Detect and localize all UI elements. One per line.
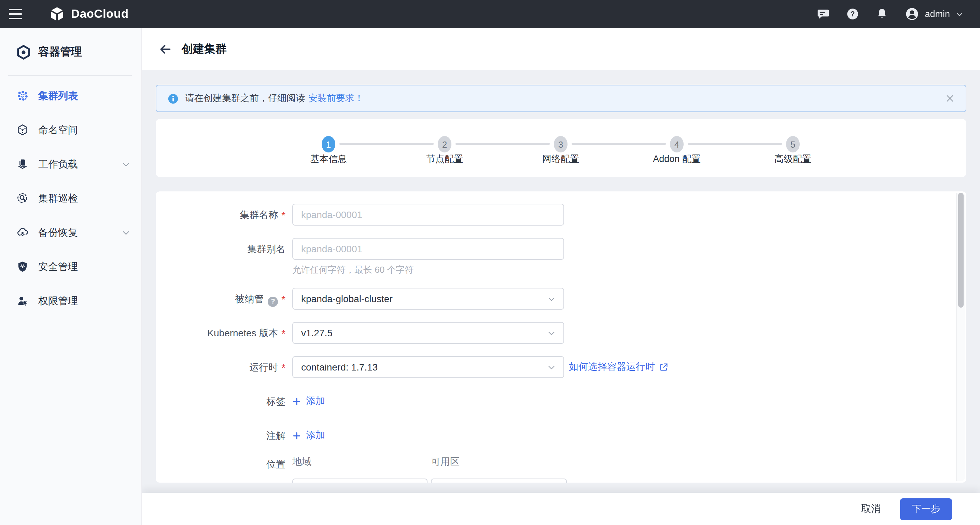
module-title: 容器管理 <box>38 45 82 59</box>
brand[interactable]: DaoCloud <box>49 6 128 22</box>
field-label-cluster-alias: 集群别名 <box>156 238 285 260</box>
username: admin <box>925 9 950 19</box>
step-5-circle: 5 <box>786 136 800 152</box>
topbar-actions: ? admin <box>817 7 980 21</box>
region-select[interactable] <box>292 479 428 483</box>
sidebar-item-cluster-list[interactable]: 集群列表 <box>0 78 142 113</box>
step-1-label: 基本信息 <box>281 153 376 166</box>
sidebar-nav: 集群列表 命名空间 工作负载 <box>0 76 142 318</box>
help-button[interactable]: ? <box>846 8 859 21</box>
permission-user-gear-icon <box>16 295 29 307</box>
step-2-circle: 2 <box>438 136 452 152</box>
container-management-icon <box>16 45 32 60</box>
required-asterisk: * <box>282 362 285 373</box>
cluster-list-icon <box>16 89 29 102</box>
step-3-label: 网络配置 <box>513 153 608 166</box>
zone-label: 可用区 <box>431 456 460 468</box>
chevron-down-icon <box>122 228 130 237</box>
runtime-select[interactable]: containerd: 1.7.13 <box>292 356 564 378</box>
sidebar-item-cluster-inspection[interactable]: 集群巡检 <box>0 181 142 215</box>
sidebar-item-label: 工作负载 <box>38 158 78 171</box>
chevron-down-icon <box>547 329 556 337</box>
info-banner: 请在创建集群之前，仔细阅读 安装前要求！ <box>156 85 966 112</box>
user-menu[interactable]: admin <box>905 7 964 21</box>
menu-toggle-button[interactable] <box>0 0 30 28</box>
banner-close-button[interactable] <box>945 94 955 103</box>
brand-name: DaoCloud <box>71 7 128 21</box>
sidebar-item-backup-restore[interactable]: 备份恢复 <box>0 215 142 249</box>
step-4-label: Addon 配置 <box>629 153 725 166</box>
sidebar-item-label: 安全管理 <box>38 260 78 273</box>
sidebar-item-workload[interactable]: 工作负载 <box>0 147 142 181</box>
sidebar-item-label: 权限管理 <box>38 294 78 307</box>
page-header: 创建集群 <box>142 28 980 70</box>
required-asterisk: * <box>282 327 285 339</box>
chevron-down-icon <box>122 160 130 169</box>
messages-button[interactable] <box>817 8 830 21</box>
next-step-button[interactable]: 下一步 <box>900 498 952 520</box>
basic-info-form: 集群名称* 集群别名 允许任何字符，最长 60 个字符 被纳管* <box>156 191 966 483</box>
external-link-icon <box>659 362 668 372</box>
sidebar-item-permission[interactable]: 权限管理 <box>0 284 142 318</box>
form-scrollbar-track[interactable] <box>956 193 965 481</box>
help-icon: ? <box>846 8 859 21</box>
plus-icon <box>292 397 301 406</box>
help-icon[interactable] <box>268 296 278 306</box>
sidebar-item-label: 命名空间 <box>38 123 78 136</box>
chevron-down-icon <box>955 10 964 18</box>
close-icon <box>945 94 955 103</box>
field-label-runtime: 运行时* <box>156 356 285 378</box>
field-label-location: 位置 <box>156 456 285 472</box>
step-connector <box>339 143 434 145</box>
topbar: DaoCloud ? <box>0 0 980 28</box>
cluster-alias-input[interactable] <box>292 238 564 260</box>
daocloud-logo-icon <box>49 6 65 22</box>
field-label-annotations: 注解 <box>156 427 285 444</box>
runtime-help-link[interactable]: 如何选择容器运行时 <box>569 356 668 378</box>
avatar-icon <box>905 7 919 21</box>
back-button[interactable] <box>158 42 172 56</box>
info-icon <box>167 93 179 104</box>
plus-icon <box>292 431 301 440</box>
cluster-name-input[interactable] <box>292 204 564 226</box>
message-icon <box>817 8 830 21</box>
add-label-button[interactable]: 添加 <box>292 393 325 410</box>
required-asterisk: * <box>282 293 285 305</box>
form-scrollbar-thumb[interactable] <box>958 193 964 308</box>
cluster-inspection-icon <box>16 192 29 204</box>
main-content: 创建集群 请在创建集群之前，仔细阅读 安装前要求！ <box>142 28 980 525</box>
svg-text:?: ? <box>851 10 855 18</box>
page-title: 创建集群 <box>182 41 227 56</box>
step-4-circle: 4 <box>670 136 684 152</box>
backup-restore-icon <box>16 226 29 239</box>
sidebar-item-label: 集群列表 <box>38 89 78 102</box>
sidebar-item-label: 集群巡检 <box>38 192 78 205</box>
chevron-down-icon <box>547 294 556 303</box>
bell-icon <box>875 8 888 21</box>
step-connector <box>572 143 666 145</box>
arrow-left-icon <box>158 42 172 56</box>
sidebar-item-security[interactable]: 安全管理 <box>0 249 142 284</box>
field-label-managed-by: 被纳管* <box>156 288 285 310</box>
sidebar-item-namespace[interactable]: 命名空间 <box>0 113 142 147</box>
workload-icon <box>16 158 29 170</box>
cluster-alias-hint: 允许任何字符，最长 60 个字符 <box>292 264 414 276</box>
step-1-circle: 1 <box>322 136 335 152</box>
scroll-area: 请在创建集群之前，仔细阅读 安装前要求！ 1 2 3 4 5 <box>142 70 980 493</box>
add-annotation-button[interactable]: 添加 <box>292 427 325 444</box>
managed-by-select[interactable]: kpanda-global-cluster <box>292 288 564 310</box>
required-asterisk: * <box>282 209 285 221</box>
app-root: DaoCloud ? <box>0 0 980 525</box>
cancel-button[interactable]: 取消 <box>861 503 881 515</box>
step-connector <box>455 143 550 145</box>
notifications-button[interactable] <box>875 8 888 21</box>
field-label-kubernetes-version: Kubernetes 版本* <box>156 322 285 344</box>
kubernetes-version-select[interactable]: v1.27.5 <box>292 322 564 344</box>
chevron-down-icon <box>547 363 556 372</box>
sidebar-item-label: 备份恢复 <box>38 226 78 239</box>
footer-action-bar: 取消 下一步 <box>142 493 980 525</box>
zone-select[interactable] <box>431 479 567 483</box>
pre-install-requirements-link[interactable]: 安装前要求！ <box>308 92 364 105</box>
namespace-icon <box>16 124 29 136</box>
sidebar: 容器管理 集群列表 命名空间 <box>0 28 142 525</box>
